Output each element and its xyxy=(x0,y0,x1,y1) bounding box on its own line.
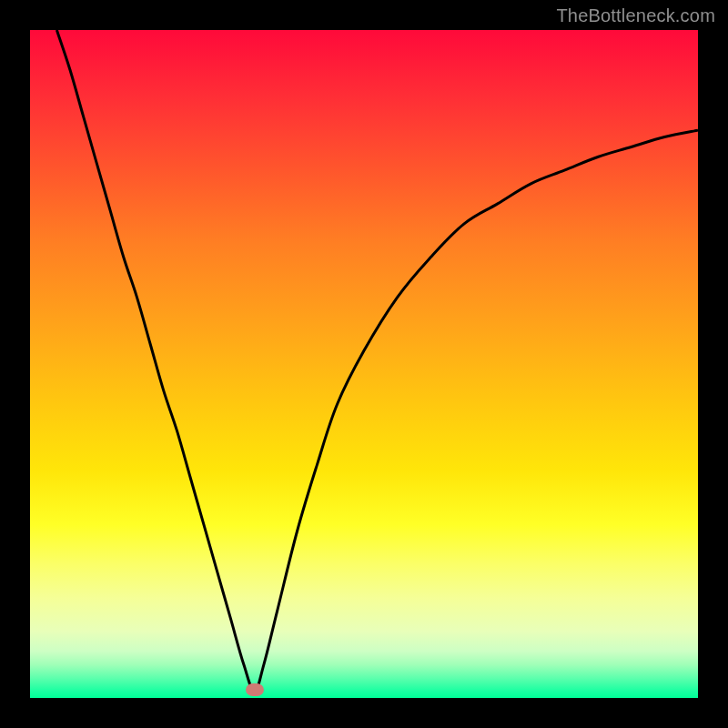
plot-area xyxy=(30,30,698,698)
watermark-text: TheBottleneck.com xyxy=(556,5,715,26)
chart-stage: TheBottleneck.com xyxy=(0,0,728,728)
minimum-marker xyxy=(246,683,264,696)
bottleneck-curve xyxy=(30,30,698,698)
curve-path xyxy=(56,30,698,692)
